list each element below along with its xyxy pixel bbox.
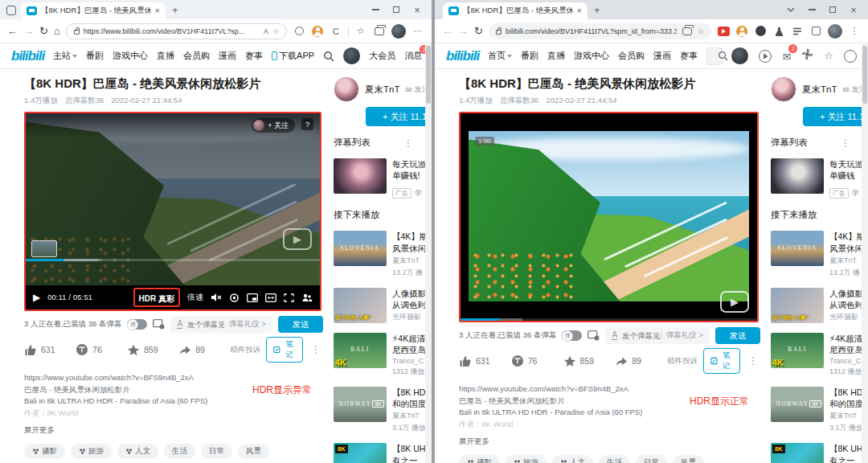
list-extension-icon[interactable] <box>791 25 804 38</box>
recommended-video[interactable]: NORWAY8K 【8K HD 和的国度 夏末TnT 3.1万 播放 <box>334 387 432 433</box>
browser-avatar[interactable] <box>391 24 406 39</box>
widescreen-icon[interactable] <box>265 293 276 302</box>
video-thumbnail[interactable]: 还不会拍 人像? <box>334 288 387 323</box>
nav-game-center[interactable]: 游戏中心 <box>574 50 609 62</box>
video-player-annotated[interactable]: + 关注 ? ▶ ▶ 00:11 / 05:51 HDR 真彩 倍速 <box>24 112 321 311</box>
video-card-title[interactable]: 有之一 <box>392 455 425 463</box>
uploader-name[interactable]: 夏末TnT <box>365 84 399 96</box>
minimize-button[interactable] <box>807 5 817 14</box>
home-icon[interactable]: ⌂ <box>54 26 60 36</box>
recommended-video[interactable]: 8K 【8K UH 有之一 我就是那 80.0万 播 <box>771 443 868 463</box>
video-card-up[interactable]: 夏末TnT <box>392 256 428 266</box>
danmaku-text-field[interactable] <box>622 331 661 340</box>
more-menu-icon[interactable]: ⋮ <box>848 25 861 38</box>
search-icon[interactable] <box>323 51 334 62</box>
video-thumbnail[interactable]: NORWAY8K <box>771 387 824 422</box>
ad-title[interactable]: 单赚钱! <box>392 170 426 181</box>
maximize-button[interactable] <box>391 5 401 14</box>
nav-shop[interactable]: 会员购 <box>183 50 210 62</box>
vip-link[interactable]: 大会员 <box>369 50 395 62</box>
flask-extension-icon[interactable] <box>772 25 785 38</box>
tab-close-icon[interactable]: × <box>155 6 160 15</box>
more-actions-icon[interactable]: ⋮ <box>746 355 760 367</box>
page-scrollbar[interactable] <box>425 44 432 463</box>
more-menu-icon[interactable]: ⋯ <box>411 25 424 38</box>
nav-manga[interactable]: 漫画 <box>219 50 236 62</box>
video-thumbnail[interactable]: SLOVENIA <box>771 231 824 266</box>
video-card-up[interactable]: 夏末TnT <box>829 411 863 421</box>
messages-link[interactable]: 消息2 <box>404 50 422 62</box>
danmaku-etiquette-link[interactable]: 弹幕礼仪 > <box>666 330 703 341</box>
video-card-title[interactable]: 尼西亚岛 <box>829 344 863 355</box>
chrome-profile-chevron-icon[interactable] <box>786 5 796 14</box>
danmaku-list-title[interactable]: 弹幕列表 <box>771 137 808 149</box>
note-button[interactable]: 笔记 <box>266 337 303 363</box>
collections-icon[interactable] <box>373 25 386 38</box>
video-card-title[interactable]: 【4K】斯 <box>392 231 428 242</box>
tag[interactable]: 风景 <box>238 444 269 459</box>
nav-download-app[interactable]: 下载APP <box>272 50 314 62</box>
search-icon[interactable] <box>718 51 728 61</box>
nav-game-center[interactable]: 游戏中心 <box>113 50 148 62</box>
video-card-title[interactable]: 【8K HD <box>829 387 863 398</box>
share-page-icon[interactable] <box>681 25 694 38</box>
sidebar-extension-icon[interactable] <box>809 25 822 38</box>
video-thumbnail[interactable]: SLOVENIA <box>334 231 387 266</box>
danmaku-toggle[interactable]: 弹 <box>127 319 147 330</box>
watch-together-icon[interactable] <box>301 293 313 302</box>
video-card-title[interactable]: 从调色到 <box>829 299 863 310</box>
video-card-title[interactable]: 风景休闲 <box>392 243 428 254</box>
scrollbar-thumb[interactable] <box>426 46 431 104</box>
video-card-title[interactable]: ⚡4K超清 <box>829 333 863 344</box>
video-thumbnail[interactable]: 还不会拍 人像? <box>771 288 824 323</box>
share-button[interactable]: 89 <box>615 355 661 367</box>
playback-speed-button[interactable]: 倍速 <box>187 292 203 303</box>
volume-muted-icon[interactable] <box>211 293 222 302</box>
video-card-title[interactable]: 【8K HD <box>392 387 426 398</box>
favorites-icon[interactable]: ☆ <box>354 25 367 38</box>
video-card-title[interactable]: 从调色到 <box>392 299 426 310</box>
tag-channel[interactable]: 摄影 <box>24 444 65 459</box>
video-thumbnail[interactable]: 8K <box>771 443 824 463</box>
recommended-video[interactable]: BALI4K ⚡4K超清 尼西亚岛 Trance_C 1312 播放 <box>771 333 868 377</box>
nav-shop[interactable]: 会员购 <box>618 50 645 62</box>
video-thumbnail[interactable]: 8K <box>334 443 387 463</box>
tag[interactable]: 日常 <box>636 455 667 463</box>
recommended-video[interactable]: 还不会拍 人像? 人像摄影 从调色到 光环摄影 <box>771 288 868 323</box>
scrollbar-thumb[interactable] <box>862 46 867 104</box>
favorite-button[interactable]: 859 <box>563 355 610 367</box>
recommended-video[interactable]: BALI4K ⚡4K超清 尼西亚岛 Trance_C 1312 播放 <box>334 333 432 377</box>
report-link[interactable]: 稿件投诉 <box>230 345 260 355</box>
recommended-video[interactable]: NORWAY8K 【8K HD 和的国度 夏末TnT 3.1万 播放 <box>771 387 868 433</box>
tag[interactable]: 生活 <box>164 444 195 459</box>
maximize-button[interactable] <box>828 5 837 14</box>
danmaku-etiquette-link[interactable]: 弹幕礼仪 > <box>229 319 266 330</box>
refresh-icon[interactable]: ↻ <box>39 26 48 36</box>
tag-channel[interactable]: 人文 <box>117 444 158 459</box>
danmaku-style-icon[interactable]: A <box>612 331 617 341</box>
description-line[interactable]: https://www.youtube.com/watch?v=BFS9n4B_… <box>24 372 223 384</box>
video-card-up[interactable]: Trance_C <box>392 357 426 365</box>
favorite-button[interactable]: 859 <box>127 344 173 356</box>
video-thumbnail[interactable]: NORWAY8K <box>334 387 387 422</box>
video-card-title[interactable]: ⚡4K超清 <box>392 333 426 344</box>
workspaces-icon[interactable] <box>6 6 16 15</box>
nav-bangumi[interactable]: 番剧 <box>86 50 104 62</box>
report-link[interactable]: 稿件投诉 <box>667 356 698 367</box>
danmaku-style-icon[interactable]: A <box>177 320 182 330</box>
ad-title[interactable]: 每天玩游 <box>829 158 863 170</box>
c-ring-extension-icon[interactable]: C <box>330 25 342 38</box>
send-danmaku-button[interactable]: 发送 <box>278 316 323 333</box>
danmaku-list-title[interactable]: 弹幕列表 <box>334 137 371 149</box>
profile-extension-icon[interactable] <box>311 25 324 38</box>
close-button[interactable]: × <box>849 5 858 14</box>
minimize-button[interactable] <box>371 5 380 14</box>
recommended-video[interactable]: SLOVENIA 【4K】斯 风景休闲 夏末TnT 13.2万 播 <box>334 231 432 277</box>
refresh-icon[interactable]: ↻ <box>474 26 483 36</box>
danmaku-list-more-icon[interactable]: ⋮ <box>401 137 416 149</box>
video-card-up[interactable]: 夏末TnT <box>829 256 865 266</box>
coin-button[interactable]: 76 <box>76 343 121 356</box>
tag-channel[interactable]: 旅游 <box>506 455 547 463</box>
bilibili-logo[interactable]: bilibili <box>11 48 44 64</box>
nav-esports[interactable]: 赛事 <box>680 50 698 62</box>
